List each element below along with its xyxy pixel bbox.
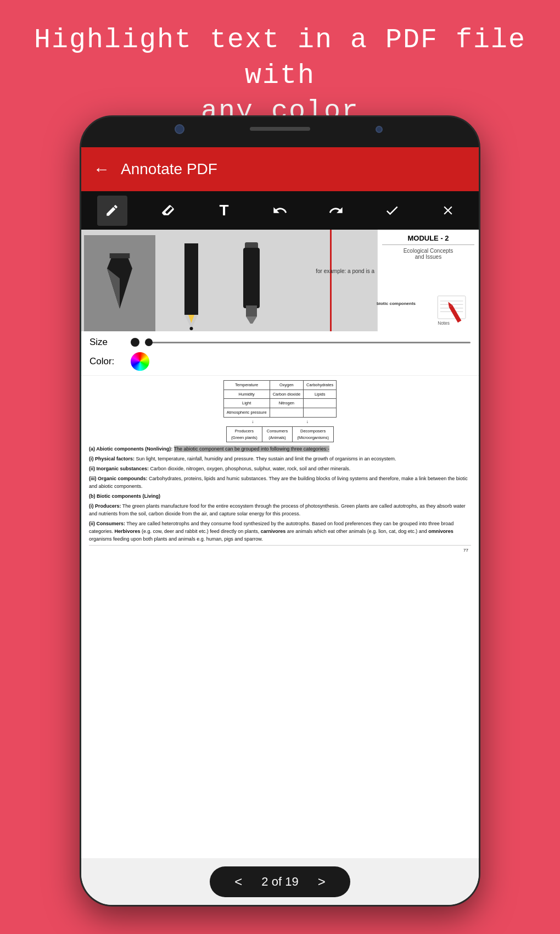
svg-text:Notes: Notes [438, 320, 450, 326]
phone-top-bar [81, 117, 479, 147]
eraser-tool-button[interactable] [153, 196, 183, 226]
app-bar: ← Annotate PDF [81, 147, 479, 191]
page-nav-pill: < 2 of 19 > [210, 866, 350, 897]
biotic-label: biotic components [377, 301, 416, 306]
background: Highlight text in a PDF file with any co… [0, 0, 560, 934]
next-page-button[interactable]: > [318, 874, 326, 889]
diagram-area: Temperature Oxygen Carbohydrates Humidit… [89, 380, 471, 442]
phone-speaker [250, 127, 310, 131]
tool-images-strip: MODULE - 2 Ecological Concepts and Issue… [81, 230, 479, 331]
svg-rect-9 [246, 305, 257, 316]
svg-marker-10 [246, 316, 257, 324]
size-color-controls: Size Color: [81, 331, 479, 376]
svg-point-6 [189, 327, 193, 330]
svg-rect-3 [184, 243, 198, 315]
module-title: MODULE - 2 [382, 234, 474, 245]
pencil-image [164, 235, 219, 331]
prev-page-button[interactable]: < [234, 874, 242, 889]
app-content: ← Annotate PDF T [81, 147, 479, 905]
pencil-tool-button[interactable] [97, 196, 127, 226]
confirm-button[interactable] [377, 196, 407, 226]
size-slider-thumb[interactable] [145, 338, 153, 346]
phone-camera-left [175, 124, 184, 134]
size-dot [131, 338, 139, 347]
power-button-right [479, 227, 480, 260]
svg-rect-8 [243, 248, 260, 308]
redo-button[interactable] [321, 196, 351, 226]
page-indicator: 2 of 19 [261, 875, 298, 889]
app-title: Annotate PDF [121, 160, 217, 178]
pdf-intro-snippet: for example: a pond is a [316, 268, 374, 274]
notes-image: Notes [435, 293, 476, 329]
back-button[interactable]: ← [93, 161, 110, 177]
pdf-text-area: Temperature Oxygen Carbohydrates Humidit… [81, 376, 479, 558]
size-control-row: Size [89, 337, 471, 348]
marker-image [229, 235, 273, 331]
color-control-row: Color: [89, 352, 471, 371]
size-slider-track[interactable] [145, 342, 471, 343]
bottom-navigation: < 2 of 19 > [81, 858, 479, 905]
text-tool-button[interactable]: T [209, 196, 239, 226]
size-label: Size [89, 337, 131, 348]
volume-button-right [479, 268, 480, 298]
color-label: Color: [89, 356, 131, 367]
module-subtitle: Ecological Concepts and Issues [382, 248, 474, 260]
pdf-view: MODULE - 2 Ecological Concepts and Issue… [81, 230, 479, 858]
svg-rect-2 [110, 253, 130, 258]
volume-button-left [80, 243, 81, 293]
toolbar: T [81, 191, 479, 230]
pen-nib-image [84, 235, 155, 331]
phone-camera-right [376, 126, 383, 133]
module-box: MODULE - 2 Ecological Concepts and Issue… [377, 230, 479, 331]
close-button[interactable] [433, 196, 463, 226]
undo-button[interactable] [265, 196, 295, 226]
pdf-page-number: 77 [463, 548, 468, 553]
red-line [330, 230, 332, 331]
color-wheel-button[interactable] [131, 352, 149, 371]
phone: ← Annotate PDF T [80, 115, 480, 907]
